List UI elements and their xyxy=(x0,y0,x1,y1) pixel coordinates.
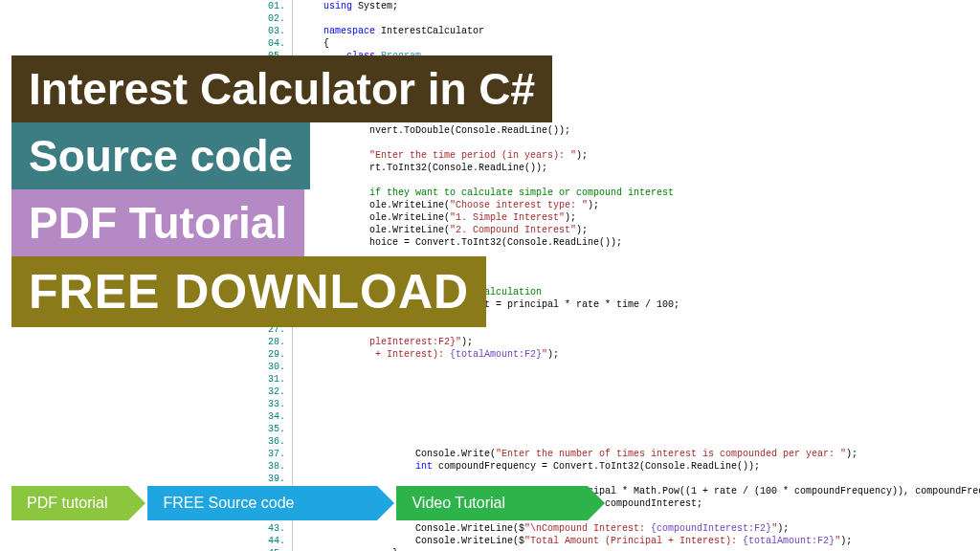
code-line: 20. hoice = Convert.ToInt32(Console.Read… xyxy=(268,236,980,249)
code-line: 14. rt.ToInt32(Console.ReadLine()); xyxy=(268,162,980,174)
code-line: 37. Console.Write("Enter the number of t… xyxy=(268,448,980,460)
code-line: 39. xyxy=(268,473,980,485)
code-line: 38. int compoundFrequency = Convert.ToIn… xyxy=(268,460,980,473)
video-tutorial-arrow[interactable]: Video Tutorial xyxy=(396,486,588,520)
code-line: 33. xyxy=(268,398,980,410)
arrow-label: Video Tutorial xyxy=(412,495,505,512)
code-line: 43. Console.WriteLine($"\nCompound Inter… xyxy=(268,522,980,535)
code-line: 16. if they want to calculate simple or … xyxy=(268,187,980,199)
pdf-tutorial-banner: PDF Tutorial xyxy=(11,189,304,256)
code-line: 18. ole.WriteLine("1. Simple Interest"); xyxy=(268,211,980,224)
pdf-tutorial-arrow[interactable]: PDF tutorial xyxy=(11,486,128,520)
code-line: 35. xyxy=(268,423,980,435)
arrow-navigation: PDF tutorial FREE Source code Video Tuto… xyxy=(11,486,607,520)
title-banner: Interest Calculator in C# xyxy=(11,55,552,122)
code-line: 28. pleInterest:F2}"); xyxy=(268,336,980,348)
code-line: 31. xyxy=(268,373,980,386)
code-line: 30. xyxy=(268,361,980,373)
code-line: 36. xyxy=(268,435,980,448)
code-line: 02. xyxy=(268,12,980,25)
code-line: 01. using System; xyxy=(268,0,980,12)
arrow-label: PDF tutorial xyxy=(27,495,107,512)
source-code-banner: Source code xyxy=(11,122,310,189)
code-line: 15. xyxy=(268,174,980,187)
code-line: 11. nvert.ToDouble(Console.ReadLine()); xyxy=(268,124,980,137)
code-line: 03. namespace InterestCalculator xyxy=(268,25,980,37)
free-source-code-arrow[interactable]: FREE Source code xyxy=(147,486,377,520)
code-line: 34. xyxy=(268,410,980,423)
code-line: 45. } xyxy=(268,547,980,551)
code-line: 13. "Enter the time period (in years): "… xyxy=(268,149,980,162)
code-line: 17. ole.WriteLine("Choose interest type:… xyxy=(268,199,980,211)
code-line: 29. + Interest): {totalAmount:F2}"); xyxy=(268,348,980,361)
code-line: 44. Console.WriteLine($"Total Amount (Pr… xyxy=(268,535,980,547)
free-download-banner: FREE DOWNLOAD xyxy=(11,256,486,327)
code-line: 04. { xyxy=(268,37,980,50)
arrow-label: FREE Source code xyxy=(163,495,294,512)
code-line: 12. xyxy=(268,137,980,149)
code-line: 19. ole.WriteLine("2. Compound Interest"… xyxy=(268,224,980,236)
code-line: 32. xyxy=(268,386,980,398)
